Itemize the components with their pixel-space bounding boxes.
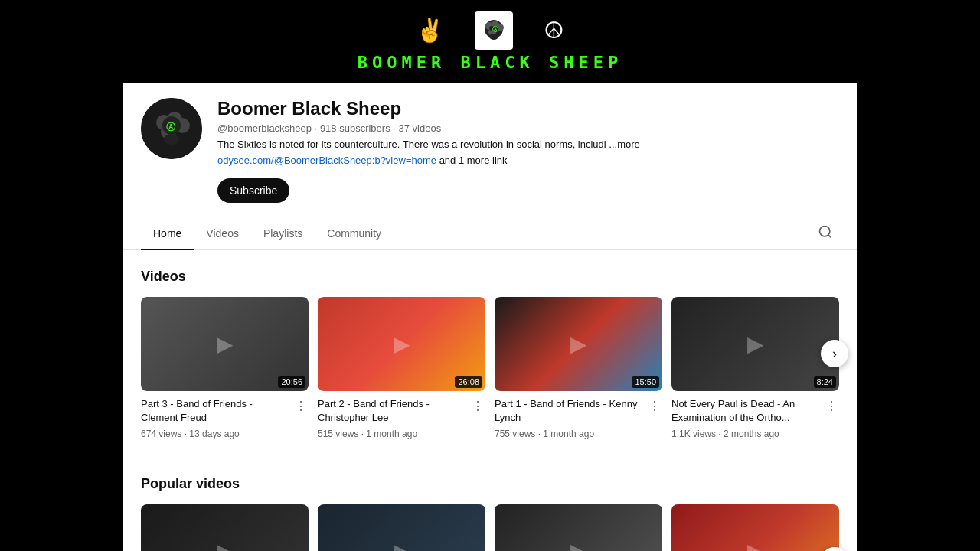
video-options-button[interactable]: ⋮: [824, 397, 839, 415]
videos-row-wrapper: ▶ 20:56 Part 3 - Band of Friends - Cleme…: [141, 297, 839, 439]
popular-section: Popular videos ▶ 3:09 Paul McCartney's C…: [122, 458, 858, 551]
search-icon[interactable]: [812, 218, 839, 249]
duration-badge: 8:24: [814, 376, 836, 388]
channel-links: odysee.com/@BoomerBlackSheep:b?view=home…: [217, 155, 839, 166]
channel-meta: @boomerblacksheep · 918 subscribers · 37…: [217, 122, 839, 134]
svg-text:Ⓐ: Ⓐ: [492, 26, 499, 33]
thumbnail: ▶ 3:09: [141, 504, 309, 551]
thumbnail: ▶ 26:08: [318, 297, 485, 391]
video-card[interactable]: ▶ 3:09 Paul McCartney's Chipped Tooth an…: [141, 504, 309, 551]
video-meta: 1.1K views · 2 months ago: [671, 429, 818, 439]
thumb-face: ▶: [141, 504, 309, 551]
channel-name: Boomer Black Sheep: [217, 98, 839, 119]
channel-header: Ⓐ Boomer Black Sheep @boomerblacksheep ·…: [122, 83, 858, 218]
video-card[interactable]: ▶ 8:24 Not Every Paul is Dead - An Exami…: [671, 297, 839, 439]
video-card[interactable]: ▶ 4:19 Magical Mystery Moustache Tour - …: [671, 504, 839, 551]
more-link[interactable]: ...more: [609, 139, 639, 150]
videos-section: Videos ▶ 20:56 Part 3 - Band of Friends …: [122, 250, 858, 439]
video-title: Not Every Paul is Dead - An Examination …: [671, 397, 818, 425]
video-card[interactable]: ▶ 26:08 Part 2 - Band of Friends - Chris…: [318, 297, 485, 439]
tab-community[interactable]: Community: [315, 218, 394, 250]
channel-info: Boomer Black Sheep @boomerblacksheep · 9…: [217, 98, 839, 203]
svg-line-18: [828, 235, 831, 238]
duration-badge: 26:08: [455, 376, 482, 388]
video-meta: 755 views · 1 month ago: [495, 429, 641, 439]
video-info: Part 1 - Band of Friends - Kenny Lynch 7…: [495, 397, 662, 439]
video-title: Part 2 - Band of Friends - Christopher L…: [318, 397, 464, 425]
thumbnail: ▶ 8:24: [671, 297, 839, 391]
duration-badge: 15:50: [632, 376, 659, 388]
video-title: Part 3 - Band of Friends - Clement Freud: [141, 397, 287, 425]
videos-row: ▶ 20:56 Part 3 - Band of Friends - Cleme…: [141, 297, 839, 439]
video-text: Part 3 - Band of Friends - Clement Freud…: [141, 397, 287, 439]
videos-next-button[interactable]: ›: [821, 340, 848, 367]
video-card[interactable]: ▶ 8:15 A Hard Day's Doubles - How many P…: [318, 504, 485, 551]
video-text: Part 2 - Band of Friends - Christopher L…: [318, 397, 464, 439]
thumb-face: ▶: [318, 504, 485, 551]
video-info: Part 3 - Band of Friends - Clement Freud…: [141, 397, 309, 439]
sheep-icon: Ⓐ: [475, 11, 513, 50]
thumb-face: ▶: [671, 504, 839, 551]
video-meta: 674 views · 13 days ago: [141, 429, 287, 439]
peace-sign-icon: ✌: [416, 17, 444, 44]
video-card[interactable]: ▶ 15:50 Part 1 - Band of Friends - Kenny…: [495, 297, 662, 439]
thumbnail: ▶ 20:56: [141, 297, 309, 391]
thumbnail: ▶ 4:19: [671, 504, 839, 551]
thumb-face: ▶: [495, 504, 662, 551]
videos-section-title: Videos: [141, 269, 839, 285]
video-info: Not Every Paul is Dead - An Examination …: [671, 397, 839, 439]
svg-text:Ⓐ: Ⓐ: [166, 122, 176, 132]
popular-section-title: Popular videos: [141, 476, 839, 492]
peace-circle-icon: ☮: [544, 17, 564, 44]
video-text: Not Every Paul is Dead - An Examination …: [671, 397, 818, 439]
svg-point-15: [164, 134, 179, 145]
banner-title: BOOMER BLACK SHEEP: [358, 53, 622, 72]
svg-point-5: [489, 34, 498, 40]
channel-banner: ✌ Ⓐ ☮ BOOMER BLACK SHEE: [122, 0, 858, 83]
video-card[interactable]: ▶ 17:04 Episode FOUR – Hey, Hey We're Th…: [495, 504, 662, 551]
video-meta: 515 views · 1 month ago: [318, 429, 464, 439]
thumbnail: ▶ 8:15: [318, 504, 485, 551]
popular-row: ▶ 3:09 Paul McCartney's Chipped Tooth an…: [141, 504, 839, 551]
subscribe-button[interactable]: Subscribe: [217, 178, 289, 203]
video-options-button[interactable]: ⋮: [647, 397, 662, 415]
tab-videos[interactable]: Videos: [194, 218, 251, 250]
popular-row-wrapper: ▶ 3:09 Paul McCartney's Chipped Tooth an…: [141, 504, 839, 551]
tab-playlists[interactable]: Playlists: [251, 218, 315, 250]
tab-home[interactable]: Home: [141, 218, 194, 250]
odysee-link[interactable]: odysee.com/@BoomerBlackSheep:b?view=home: [217, 155, 436, 166]
video-text: Part 1 - Band of Friends - Kenny Lynch 7…: [495, 397, 641, 439]
svg-point-17: [820, 227, 830, 236]
thumbnail: ▶ 15:50: [495, 297, 662, 391]
video-info: Part 2 - Band of Friends - Christopher L…: [318, 397, 485, 439]
duration-badge: 20:56: [278, 376, 305, 388]
video-options-button[interactable]: ⋮: [470, 397, 485, 415]
video-card[interactable]: ▶ 20:56 Part 3 - Band of Friends - Cleme…: [141, 297, 309, 439]
video-options-button[interactable]: ⋮: [293, 397, 309, 415]
thumbnail: ▶ 17:04: [495, 504, 662, 551]
nav-tabs: Home Videos Playlists Community: [122, 218, 858, 250]
avatar: Ⓐ: [141, 98, 202, 159]
video-title: Part 1 - Band of Friends - Kenny Lynch: [495, 397, 641, 425]
channel-description: The Sixties is noted for its countercult…: [217, 139, 839, 150]
